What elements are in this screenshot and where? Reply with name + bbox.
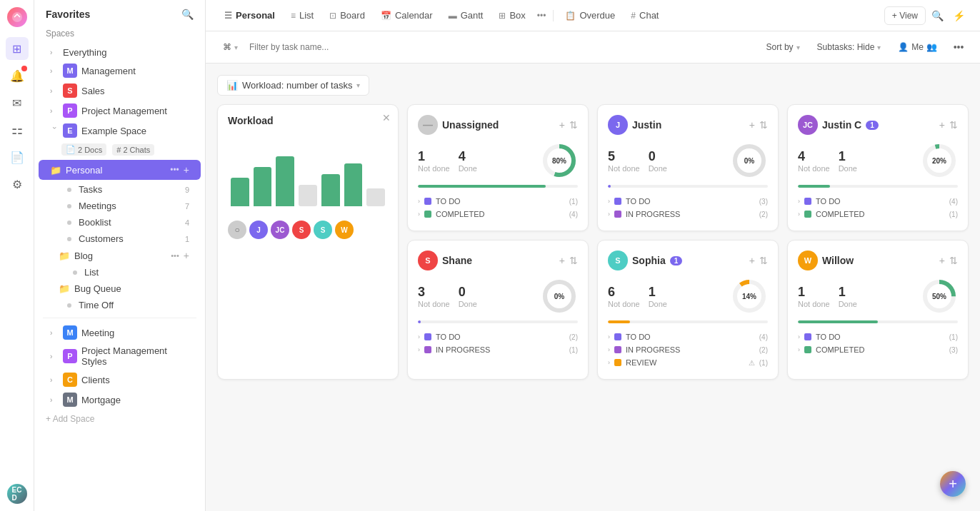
justin-inprogress[interactable]: › IN PROGRESS (2) — [608, 208, 768, 221]
docs-nav-icon[interactable]: 📄 — [6, 146, 29, 168]
sidebar-item-example-space[interactable]: › E Example Space — [39, 121, 201, 141]
tab-list[interactable]: ≡ List — [284, 6, 321, 25]
justin-c-add-icon[interactable]: + — [939, 119, 945, 131]
shane-donut: 0% — [541, 278, 578, 315]
sidebar-item-blog[interactable]: 📁 Blog ••• + — [39, 247, 201, 264]
sophia-inprogress[interactable]: › IN PROGRESS (2) — [608, 343, 768, 356]
unassigned-todo[interactable]: › TO DO (1) — [418, 195, 578, 208]
unassigned-add-icon[interactable]: + — [559, 119, 565, 131]
willow-todo[interactable]: › TO DO (1) — [798, 330, 958, 343]
blog-add-icon[interactable]: + — [184, 250, 189, 261]
tab-box[interactable]: ⊞ Box — [491, 6, 532, 25]
apps-nav-icon[interactable]: ⚏ — [6, 118, 29, 141]
justin-c-todo[interactable]: › TO DO (4) — [798, 195, 958, 208]
tab-chat[interactable]: # Chat — [624, 6, 666, 25]
sort-by-btn[interactable]: Sort by ▾ — [761, 39, 806, 55]
sidebar-item-project-management[interactable]: › P Project Management — [39, 101, 201, 121]
willow-completed[interactable]: › COMPLETED (3) — [798, 343, 958, 356]
spaces-label: Spaces — [46, 29, 74, 39]
docs-badge[interactable]: 📄 2 Docs — [61, 143, 106, 156]
filter-btn[interactable]: ⌘ ▾ — [217, 39, 244, 55]
shane-add-icon[interactable]: + — [559, 255, 565, 266]
tab-personal[interactable]: ☰ Personal — [217, 6, 282, 25]
willow-stats: 1 Not done 1 Done 50% — [798, 278, 958, 315]
blog-more-icon[interactable]: ••• — [171, 251, 179, 260]
bar-6 — [344, 163, 363, 206]
notification-nav-icon[interactable]: 🔔 — [6, 64, 29, 87]
add-space-btn[interactable]: + Add Space — [34, 410, 205, 428]
justin-c-completed[interactable]: › COMPLETED (1) — [798, 208, 958, 221]
inbox-nav-icon[interactable]: ✉ — [6, 91, 29, 114]
sidebar-item-mortgage[interactable]: › M Mortgage — [39, 390, 201, 410]
sidebar-search-icon[interactable]: 🔍 — [181, 9, 194, 20]
willow-expand-icon[interactable]: ⇅ — [949, 255, 958, 266]
home-nav-icon[interactable]: ⊞ — [6, 37, 29, 60]
chats-badge[interactable]: # 2 Chats — [112, 144, 154, 156]
unassigned-completed[interactable]: › COMPLETED (4) — [418, 208, 578, 221]
todo-arrow: › — [608, 198, 610, 205]
settings-nav-icon[interactable]: ⚙ — [6, 173, 29, 196]
todo-dot — [614, 333, 621, 340]
fab-btn[interactable]: + — [940, 471, 966, 497]
unassigned-percent: 80% — [552, 157, 566, 165]
unassigned-stats: 1 Not done 4 Done 80% — [418, 142, 578, 179]
sidebar-item-meeting[interactable]: › M Meeting — [39, 323, 201, 343]
justin-expand-icon[interactable]: ⇅ — [759, 119, 768, 131]
box-tab-label: Box — [509, 10, 525, 21]
sidebar-item-time-off[interactable]: Time Off — [39, 297, 201, 313]
justin-c-expand-icon[interactable]: ⇅ — [949, 119, 958, 131]
sophia-add-icon[interactable]: + — [749, 255, 755, 266]
sidebar-item-clients[interactable]: › C Clients — [39, 370, 201, 390]
search-nav-icon[interactable]: 🔍 — [927, 6, 947, 26]
bar-col-4 — [299, 185, 317, 206]
filter-input[interactable] — [249, 42, 755, 52]
sophia-progress-fill — [608, 320, 630, 323]
tab-more-icon[interactable]: ••• — [534, 8, 549, 24]
sidebar-item-personal[interactable]: 📁 Personal ••• + — [39, 160, 201, 180]
unassigned-expand-icon[interactable]: ⇅ — [569, 119, 578, 131]
app-logo[interactable] — [7, 7, 27, 27]
shane-inprogress[interactable]: › IN PROGRESS (1) — [418, 343, 578, 356]
sidebar-item-customers[interactable]: Customers 1 — [39, 231, 201, 247]
tab-gantt[interactable]: ▬ Gantt — [441, 6, 491, 25]
me-btn[interactable]: 👤 Me 👥 — [892, 39, 943, 55]
justin-todo[interactable]: › TO DO (3) — [608, 195, 768, 208]
card-shane-header: S Shane + ⇅ — [418, 251, 578, 270]
sidebar-item-pm-styles[interactable]: › P Project Management Styles — [39, 343, 201, 370]
shane-todo[interactable]: › TO DO (2) — [418, 330, 578, 343]
lightning-nav-icon[interactable]: ⚡ — [949, 6, 969, 26]
personal-more-icon[interactable]: ••• — [170, 165, 179, 175]
user-avatar[interactable]: ECD — [7, 484, 27, 504]
sophia-review[interactable]: › REVIEW ⚠ (1) — [608, 356, 768, 369]
subtasks-btn[interactable]: Subtasks: Hide ▾ — [811, 39, 887, 55]
sidebar-item-meetings[interactable]: Meetings 7 — [39, 198, 201, 214]
justin-add-icon[interactable]: + — [749, 119, 755, 131]
todo-arrow: › — [418, 333, 420, 340]
sidebar-item-tasks[interactable]: Tasks 9 — [39, 181, 201, 198]
sidebar-item-booklist[interactable]: Booklist 4 — [39, 214, 201, 231]
sidebar-item-bug-queue[interactable]: 📁 Bug Queue — [39, 280, 201, 297]
sophia-expand-icon[interactable]: ⇅ — [759, 255, 768, 266]
tab-overdue[interactable]: 📋 Overdue — [558, 6, 622, 25]
shane-not-done: 3 Not done — [418, 285, 450, 308]
card-justin-c-header: JC Justin C 1 + ⇅ — [798, 115, 958, 135]
tab-calendar[interactable]: 📅 Calendar — [374, 6, 440, 25]
sidebar-item-sales[interactable]: › S Sales — [39, 81, 201, 101]
add-view-btn[interactable]: + View — [884, 6, 926, 25]
shane-expand-icon[interactable]: ⇅ — [569, 255, 578, 266]
sophia-todo[interactable]: › TO DO (4) — [608, 330, 768, 343]
willow-add-icon[interactable]: + — [939, 255, 945, 266]
sidebar-item-everything[interactable]: › Everything — [39, 44, 201, 61]
card-justin-c: JC Justin C 1 + ⇅ 4 Not done 1 — [787, 104, 969, 231]
shane-actions: + ⇅ — [559, 255, 578, 266]
workload-toggle-btn[interactable]: 📊 Workload: number of tasks ▾ — [217, 75, 369, 96]
tab-board[interactable]: ⊡ Board — [322, 6, 372, 25]
chevron-icon: › — [50, 67, 59, 75]
sidebar-item-management[interactable]: › M Management — [39, 61, 201, 81]
workload-close-icon[interactable]: ✕ — [382, 112, 391, 123]
personal-add-icon[interactable]: + — [184, 164, 189, 176]
justin-avatar: J — [608, 115, 628, 135]
meetings-label: Meetings — [79, 201, 181, 211]
sidebar-item-list[interactable]: List — [39, 264, 201, 280]
options-btn[interactable]: ••• — [949, 37, 969, 57]
